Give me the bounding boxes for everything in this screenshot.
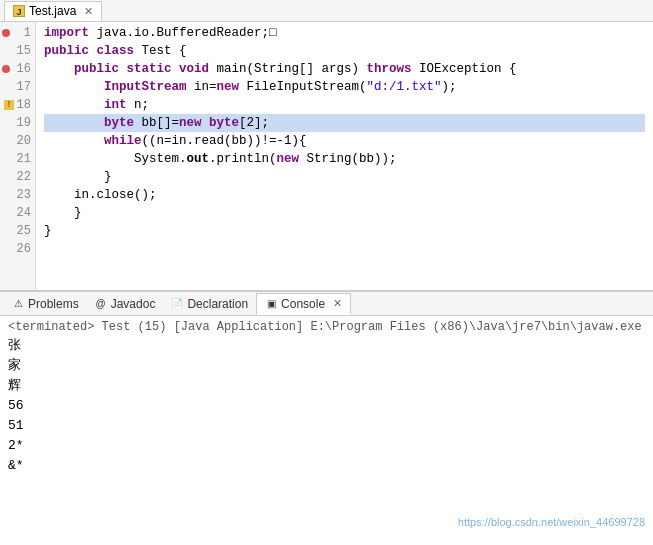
line-number: 1 [4,24,31,42]
bottom-tab-problems[interactable]: ⚠Problems [4,293,87,315]
declaration-tab-label: Declaration [187,297,248,311]
java-file-icon: J [13,5,25,17]
console-line: 56 [8,396,645,416]
line-number: 23 [4,186,31,204]
problems-tab-icon: ⚠ [12,298,24,310]
javadoc-tab-icon: @ [95,298,107,310]
code-line: public class Test { [44,42,645,60]
line-number: 16 [4,60,31,78]
line-number: 21 [4,150,31,168]
code-line: while((n=in.read(bb))!=-1){ [44,132,645,150]
console-tab-label: Console [281,297,325,311]
code-line: } [44,222,645,240]
line-number: 20 [4,132,31,150]
code-line: } [44,204,645,222]
console-tab-icon: ▣ [265,298,277,310]
line-number: 25 [4,222,31,240]
line-number: 17 [4,78,31,96]
javadoc-tab-label: Javadoc [111,297,156,311]
tab-close-icon[interactable]: ✕ [84,5,93,18]
line-number: 26 [4,240,31,258]
line-number: 19 [4,114,31,132]
code-lines[interactable]: import java.io.BufferedReader;□public cl… [36,22,653,290]
console-header: <terminated> Test (15) [Java Application… [8,318,645,336]
code-line: int n; [44,96,645,114]
console-line: 辉 [8,376,645,396]
console-line: &* [8,456,645,476]
line-number: 22 [4,168,31,186]
bottom-panel: ⚠Problems@Javadoc📄Declaration▣Console✕ <… [0,292,653,532]
declaration-tab-icon: 📄 [171,298,183,310]
code-editor: 1151617!181920212223242526 import java.i… [0,22,653,292]
code-line: } [44,168,645,186]
breakpoint-icon [2,29,10,37]
code-line [44,240,645,258]
console-line: 张 [8,336,645,356]
code-line: in.close(); [44,186,645,204]
console-line: 51 [8,416,645,436]
problems-tab-label: Problems [28,297,79,311]
console-output: 张家辉56512*&* [8,336,645,476]
bottom-tab-javadoc[interactable]: @Javadoc [87,293,164,315]
bottom-tab-declaration[interactable]: 📄Declaration [163,293,256,315]
code-line: import java.io.BufferedReader;□ [44,24,645,42]
code-line: System.out.println(new String(bb)); [44,150,645,168]
line-number: !18 [4,96,31,114]
code-line: byte bb[]=new byte[2]; [44,114,645,132]
editor-tab-bar: J Test.java ✕ [0,0,653,22]
horizontal-scrollbar[interactable] [0,290,653,292]
tab-filename: Test.java [29,4,76,18]
line-numbers: 1151617!181920212223242526 [0,22,36,290]
line-number: 24 [4,204,31,222]
console-line: 2* [8,436,645,456]
watermark: https://blog.csdn.net/weixin_44699728 [458,516,645,528]
line-number: 15 [4,42,31,60]
console-line: 家 [8,356,645,376]
warning-icon: ! [4,100,14,110]
code-line: public static void main(String[] args) t… [44,60,645,78]
bottom-tab-bar: ⚠Problems@Javadoc📄Declaration▣Console✕ [0,292,653,316]
console-area: <terminated> Test (15) [Java Application… [0,316,653,532]
console-tab-close-icon[interactable]: ✕ [333,297,342,310]
editor-tab[interactable]: J Test.java ✕ [4,1,102,21]
code-line: InputStream in=new FileInputStream("d:/1… [44,78,645,96]
bottom-tab-console[interactable]: ▣Console✕ [256,293,351,315]
breakpoint-icon [2,65,10,73]
